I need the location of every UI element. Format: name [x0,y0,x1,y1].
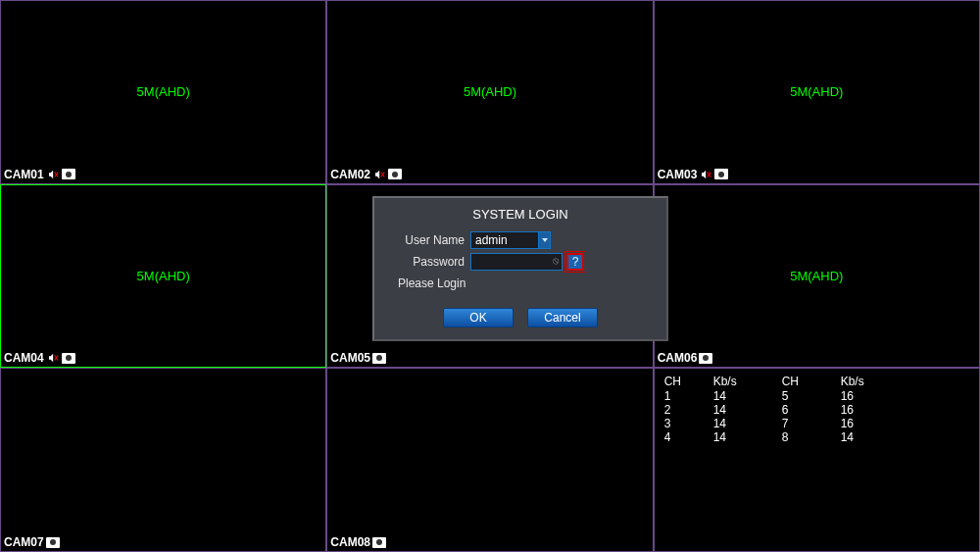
camera-footer: CAM06 [658,351,713,365]
stats-row: 414814 [664,430,969,444]
record-icon [62,353,75,364]
camera-cell-cam07[interactable]: CAM07 [0,368,326,552]
camera-footer: CAM07 [4,535,60,549]
record-icon [62,169,75,179]
camera-footer: CAM03 [658,168,729,181]
stats-cell: 5 [782,389,831,403]
record-icon [372,353,386,364]
login-dialog: SYSTEM LOGIN User Name Password ⦸ ? Plea… [372,196,668,341]
login-status-text: Please Login [384,275,657,308]
camera-name: CAM06 [658,351,698,365]
stats-cell: 16 [841,403,900,417]
username-label: User Name [384,233,470,247]
camera-name: CAM03 [658,168,698,181]
speaker-muted-icon [701,170,712,179]
camera-name: CAM07 [4,535,44,549]
info-cell[interactable]: CHKb/sCHKb/s114516214616314716414814 [654,368,980,552]
stats-header-cell: CH [664,375,704,388]
bitrate-stats-table: CHKb/sCHKb/s114516214616314716414814 [664,375,969,444]
stats-header-cell: CH [782,375,831,388]
stats-cell: 1 [664,389,704,403]
speaker-muted-icon [48,353,60,363]
camera-footer: CAM04 [4,351,75,365]
password-input[interactable] [470,253,563,271]
password-control: ⦸ [470,253,563,271]
camera-cell-cam02[interactable]: 5M(AHD)CAM02 [326,0,653,184]
record-icon [372,537,386,548]
record-icon [46,537,60,548]
stats-header-cell: Kb/s [713,375,772,388]
username-select[interactable] [470,231,551,249]
cancel-button[interactable]: Cancel [527,308,598,327]
camera-name: CAM04 [4,351,44,365]
stats-cell: 14 [713,403,772,417]
camera-name: CAM02 [330,168,370,181]
record-icon [714,169,728,179]
stats-cell: 16 [841,417,900,430]
stats-header-row: CHKb/sCHKb/s [664,375,969,388]
camera-footer: CAM01 [4,168,75,181]
camera-format-label: 5M(AHD) [137,269,190,283]
camera-name: CAM08 [330,535,370,549]
camera-footer: CAM05 [330,351,386,365]
dialog-title: SYSTEM LOGIN [384,204,657,231]
camera-footer: CAM08 [330,535,386,549]
camera-cell-cam04[interactable]: 5M(AHD)CAM04 [0,184,326,369]
stats-cell: 14 [713,417,772,430]
camera-format-label: 5M(AHD) [790,269,843,283]
camera-cell-cam03[interactable]: 5M(AHD)CAM03 [654,0,980,184]
stats-cell: 6 [782,403,831,417]
camera-format-label: 5M(AHD) [790,84,843,99]
stats-cell: 14 [713,430,772,444]
stats-cell: 7 [782,417,831,430]
password-help-button[interactable]: ? [566,253,584,271]
stats-cell: 16 [841,389,900,403]
stats-cell: 14 [713,389,772,403]
ok-button[interactable]: OK [443,308,514,327]
username-control [470,231,551,249]
stats-cell: 2 [664,403,704,417]
camera-format-label: 5M(AHD) [464,84,516,99]
stats-cell: 3 [664,417,704,430]
camera-cell-cam01[interactable]: 5M(AHD)CAM01 [0,0,326,184]
username-row: User Name [384,231,657,249]
stats-row: 214616 [664,403,969,417]
password-label: Password [384,255,470,269]
stats-row: 314716 [664,417,969,430]
speaker-muted-icon [374,170,386,179]
password-row: Password ⦸ ? [384,253,657,271]
camera-cell-cam08[interactable]: CAM08 [326,368,653,552]
camera-name: CAM01 [4,168,44,181]
camera-name: CAM05 [330,351,370,365]
camera-format-label: 5M(AHD) [137,84,190,99]
stats-header-cell: Kb/s [841,375,900,388]
stats-cell: 4 [664,430,704,444]
speaker-muted-icon [48,170,60,179]
record-icon [388,169,402,179]
camera-cell-cam06[interactable]: 5M(AHD)CAM06 [654,184,980,369]
record-icon [699,353,712,364]
stats-cell: 8 [782,430,831,444]
stats-row: 114516 [664,389,969,403]
stats-cell: 14 [841,430,900,444]
camera-footer: CAM02 [330,168,402,181]
dialog-buttons: OK Cancel [384,308,657,327]
